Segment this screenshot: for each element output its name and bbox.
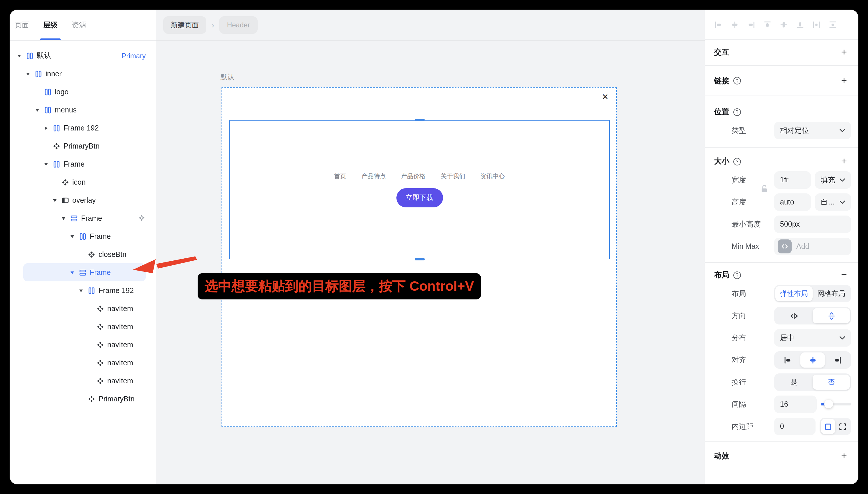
add-size-rule-button[interactable]: + — [837, 155, 851, 167]
layer-row-frame-vertical[interactable]: Frame — [10, 209, 156, 227]
align-left-icon[interactable] — [714, 20, 723, 29]
layers-sidebar: 页面 层级 资源 默认 Primary inner — [10, 10, 156, 484]
layer-row-default[interactable]: 默认 Primary — [10, 46, 156, 65]
collapse-arrow-icon[interactable] — [53, 198, 62, 203]
help-icon[interactable]: ? — [733, 108, 741, 116]
align-start-option[interactable] — [775, 353, 800, 367]
width-mode-select[interactable]: 填充 — [815, 171, 851, 189]
layer-row-primarybtn-bottom[interactable]: PrimaryBtn — [10, 390, 156, 408]
flex-layout-option[interactable]: 弹性布局 — [775, 286, 813, 301]
add-interaction-button[interactable]: + — [837, 46, 851, 58]
layer-row-navitem[interactable]: navItem — [10, 336, 156, 354]
grid-layout-option[interactable]: 网格布局 — [813, 286, 850, 301]
collapse-arrow-icon[interactable] — [26, 71, 35, 76]
layer-label: navItem — [107, 341, 133, 349]
direction-horizontal-option[interactable] — [775, 308, 813, 323]
collapse-arrow-icon[interactable] — [44, 162, 53, 166]
nav-item-about[interactable]: 关于我们 — [441, 172, 465, 180]
layer-row-inner[interactable]: inner — [10, 65, 156, 83]
layer-row-navitem[interactable]: navItem — [10, 354, 156, 372]
resize-handle-bottom[interactable] — [414, 258, 424, 260]
collapse-arrow-icon[interactable] — [61, 216, 71, 221]
uniform-padding-option[interactable] — [820, 419, 835, 434]
breadcrumb-page[interactable]: 新建页面 — [163, 16, 206, 34]
distribute-horizontal-icon[interactable] — [812, 20, 821, 29]
add-link-button[interactable]: + — [837, 75, 851, 87]
layer-row-menus[interactable]: menus — [10, 101, 156, 119]
tab-layers[interactable]: 层级 — [43, 20, 58, 30]
align-right-icon[interactable] — [747, 20, 756, 29]
position-type-select[interactable]: 相对定位 — [774, 122, 851, 139]
wrap-yes-option[interactable]: 是 — [775, 375, 813, 390]
wrap-no-option[interactable]: 否 — [813, 375, 850, 390]
align-top-icon[interactable] — [763, 20, 772, 29]
layer-row-frame192[interactable]: Frame 192 — [10, 119, 156, 137]
padding-mode-segmented — [819, 418, 851, 435]
collapse-arrow-icon[interactable] — [70, 270, 79, 275]
distribute-vertical-icon[interactable] — [828, 20, 837, 29]
help-icon[interactable]: ? — [733, 157, 741, 165]
nav-item-features[interactable]: 产品特点 — [362, 172, 386, 180]
collapse-arrow-icon[interactable] — [17, 53, 26, 58]
help-icon[interactable]: ? — [733, 77, 741, 84]
direction-vertical-option[interactable] — [813, 308, 850, 323]
direction-segmented — [774, 307, 851, 324]
align-vertical-center-icon[interactable] — [779, 20, 788, 29]
height-row: 高度 auto 自适... — [705, 191, 858, 213]
height-mode-select[interactable]: 自适... — [815, 193, 851, 211]
align-horizontal-center-icon[interactable] — [731, 20, 739, 29]
tab-pages[interactable]: 页面 — [15, 20, 29, 30]
independent-padding-option[interactable] — [835, 419, 850, 434]
width-input[interactable]: 1fr — [774, 171, 811, 189]
collapse-layout-button[interactable]: − — [837, 269, 851, 281]
nav-item-news[interactable]: 资讯中心 — [480, 172, 505, 180]
layer-row-navitem[interactable]: navItem — [10, 318, 156, 336]
layer-row-navitem[interactable]: navItem — [10, 300, 156, 318]
help-icon[interactable]: ? — [733, 271, 741, 279]
layer-row-frame[interactable]: Frame — [10, 155, 156, 173]
nav-item-pricing[interactable]: 产品价格 — [401, 172, 426, 180]
nav-item-home[interactable]: 首页 — [334, 172, 346, 180]
resize-handle-top[interactable] — [414, 119, 424, 121]
artboard-default-state[interactable]: ✕ 首页 产品特点 产品价格 关于我们 资讯中心 立即下载 — [222, 88, 617, 427]
slider-thumb[interactable] — [824, 400, 833, 408]
layer-label: menus — [55, 106, 77, 114]
align-bottom-icon[interactable] — [796, 20, 805, 29]
tab-assets[interactable]: 资源 — [72, 20, 86, 30]
align-end-option[interactable] — [825, 353, 850, 367]
spark-icon[interactable] — [137, 214, 146, 222]
section-title: 位置 — [714, 107, 729, 117]
layer-row-logo[interactable]: logo — [10, 83, 156, 101]
add-animation-button[interactable]: + — [837, 450, 851, 462]
artboard-title[interactable]: 默认 — [220, 72, 234, 82]
collapse-arrow-icon[interactable] — [79, 288, 88, 293]
canvas[interactable]: 新建页面 › Header 默认 ✕ 首页 产品特点 产品价格 关于我们 资讯中… — [156, 10, 705, 484]
frame-layout-icon — [26, 52, 33, 59]
layer-row-primarybtn[interactable]: PrimaryBtn — [10, 137, 156, 155]
layer-row-frame-selected[interactable]: Frame — [23, 263, 146, 281]
layer-row-frame192-inner[interactable]: Frame 192 — [10, 281, 156, 300]
download-button[interactable]: 立即下载 — [396, 188, 443, 207]
breadcrumb-current[interactable]: Header — [220, 16, 258, 34]
layer-row-navitem[interactable]: navItem — [10, 372, 156, 390]
collapse-arrow-icon[interactable] — [70, 234, 79, 239]
primary-state-badge[interactable]: Primary — [122, 52, 156, 60]
gap-slider[interactable] — [820, 396, 851, 413]
layer-row-icon[interactable]: icon — [10, 173, 156, 191]
distribution-select[interactable]: 居中 — [774, 329, 851, 347]
lock-open-icon[interactable] — [760, 184, 769, 193]
gap-input[interactable]: 16 — [774, 396, 816, 413]
layer-row-frame-close-parent[interactable]: Frame — [10, 227, 156, 245]
selected-frame-outline[interactable]: 首页 产品特点 产品价格 关于我们 资讯中心 立即下载 — [229, 120, 610, 259]
collapse-arrow-icon[interactable] — [35, 108, 44, 112]
minmax-input[interactable]: Add — [774, 238, 851, 255]
align-center-option[interactable] — [800, 353, 825, 367]
chevron-down-icon — [839, 201, 845, 204]
minmax-row: Min Max Add — [705, 235, 858, 258]
close-icon[interactable]: ✕ — [602, 93, 609, 101]
collapse-arrow-icon[interactable] — [44, 126, 53, 130]
padding-input[interactable]: 0 — [774, 418, 815, 435]
min-height-input[interactable]: 500px — [774, 215, 851, 233]
height-input[interactable]: auto — [774, 193, 811, 211]
layer-row-overlay[interactable]: overlay — [10, 191, 156, 209]
